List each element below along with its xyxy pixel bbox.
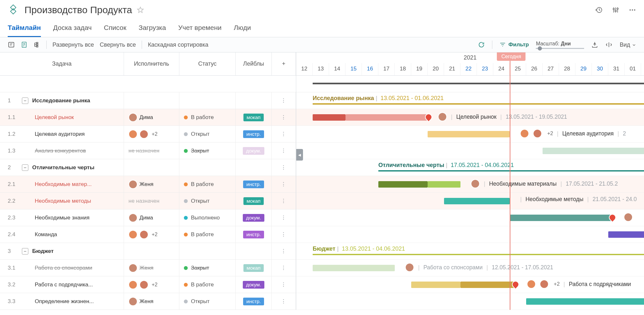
row-menu-icon[interactable]: ⋮ [281, 281, 287, 288]
task-row[interactable]: 2.3Необходимые знанияДимаВыполненодокум.… [0, 209, 296, 226]
hierarchy-icon[interactable] [33, 41, 41, 48]
timeline-day[interactable]: 30 [592, 63, 608, 75]
tab-0[interactable]: Таймлайн [8, 20, 41, 37]
timeline-row[interactable]: Исследование рынка |13.05.2021 - 01.06.2… [296, 92, 644, 109]
timeline-day[interactable]: 26 [526, 63, 543, 75]
fit-icon[interactable] [605, 41, 612, 48]
row-menu-icon[interactable]: ⋮ [281, 181, 287, 188]
task-row[interactable]: 3.1Работа со спонсорамиЖеняЗакрытмокап⋮ [0, 260, 296, 276]
task-bar[interactable] [378, 181, 428, 188]
task-bar[interactable] [444, 198, 510, 204]
group-bar[interactable] [313, 254, 644, 255]
timeline-day[interactable]: 27 [543, 63, 559, 75]
task-bar[interactable] [510, 215, 611, 221]
timeline-row[interactable]: |Необходимые методы|21.05.2021 - 24.0 [296, 193, 644, 209]
task-bar[interactable] [526, 298, 644, 305]
task-row[interactable]: 2.1Необходимые матер...ЖеняВ работеинстр… [0, 176, 296, 193]
task-bar[interactable] [543, 148, 644, 154]
row-menu-icon[interactable]: ⋮ [281, 131, 287, 137]
timeline-day[interactable]: 25 [510, 63, 526, 75]
timeline-row[interactable]: |Работа со спонсорами|12.05.2021 - 17.05… [296, 260, 644, 276]
timeline-day[interactable]: 17 [378, 63, 395, 75]
timeline-row[interactable]: |А [296, 143, 644, 159]
timeline-row[interactable]: Бюджет |13.05.2021 - 04.06.2021 [296, 243, 644, 260]
timeline-day[interactable]: 20 [428, 63, 444, 75]
timeline-day[interactable]: 19 [411, 63, 428, 75]
settings-icon[interactable] [612, 6, 620, 14]
expand-all-button[interactable]: Развернуть все [52, 42, 94, 48]
task-row[interactable]: 1.3Анализ конкурентовне назначенЗакрытдо… [0, 143, 296, 159]
timeline-day[interactable]: 24 [493, 63, 510, 75]
task-bar[interactable] [313, 265, 395, 271]
view-button[interactable]: Вид [620, 42, 636, 48]
row-menu-icon[interactable]: ⋮ [281, 147, 287, 154]
collapse-toggle[interactable]: − [22, 248, 28, 255]
group-row[interactable]: 3−Бюджет⋮ [0, 243, 296, 260]
task-panel-icon[interactable] [21, 41, 28, 48]
task-bar[interactable] [608, 231, 644, 238]
timeline-day[interactable]: 14 [329, 63, 346, 75]
timeline-row[interactable]: +2|Целевая аудитория|2 [296, 126, 644, 143]
tab-1[interactable]: Доска задач [53, 20, 92, 37]
row-menu-icon[interactable]: ⋮ [281, 248, 287, 255]
add-column-button[interactable]: + [272, 52, 296, 75]
task-bar[interactable] [460, 282, 515, 288]
timeline-row[interactable]: |Необходимые материалы|17.05.2021 - 21.0… [296, 176, 644, 193]
group-bar[interactable] [378, 170, 644, 171]
group-row[interactable]: 2−Отличительные черты⋮ [0, 159, 296, 176]
collapse-panel-icon[interactable] [8, 41, 15, 48]
more-icon[interactable] [629, 6, 636, 14]
history-icon[interactable] [595, 6, 603, 14]
timeline-day[interactable]: 21 [444, 63, 460, 75]
timeline-row[interactable] [296, 293, 644, 310]
group-row[interactable]: 1−Исследование рынка⋮ [0, 92, 296, 109]
task-row[interactable]: 2.2Необходимые методыне назначенОткрытмо… [0, 193, 296, 209]
timeline-day[interactable]: 12 [296, 63, 313, 75]
col-status[interactable]: Статус [179, 52, 236, 75]
task-bar[interactable] [313, 114, 346, 121]
row-menu-icon[interactable]: ⋮ [281, 214, 287, 221]
task-bar[interactable] [428, 181, 460, 188]
timeline-day[interactable]: 22 [460, 63, 477, 75]
task-row[interactable]: 3.3Определение жизнен...ЖеняОткрытинстр.… [0, 293, 296, 310]
task-row[interactable]: 1.1Целевой рынокДимаВ работемокап⋮ [0, 109, 296, 126]
task-bar[interactable] [411, 282, 460, 288]
timeline-day[interactable]: 13 [313, 63, 329, 75]
tab-3[interactable]: Загрузка [138, 20, 166, 37]
task-row[interactable]: 3.2Работа с подрядчика...+2В работедокум… [0, 276, 296, 293]
row-menu-icon[interactable]: ⋮ [281, 231, 287, 238]
row-menu-icon[interactable]: ⋮ [281, 164, 287, 171]
row-menu-icon[interactable]: ⋮ [281, 298, 287, 305]
task-row[interactable]: 2.4Команда+2В работеинстр.⋮ [0, 226, 296, 243]
export-icon[interactable] [591, 41, 598, 48]
timeline-row[interactable] [296, 226, 644, 243]
task-bar[interactable] [346, 114, 428, 121]
timeline-row[interactable]: +2|Работа с подрядчиками [296, 276, 644, 293]
timeline-day[interactable]: 01 [625, 63, 641, 75]
tab-5[interactable]: Люди [234, 20, 251, 37]
timeline-day[interactable]: 31 [608, 63, 625, 75]
timeline-row[interactable]: Отличительные черты |17.05.2021 - 04.06.… [296, 159, 644, 176]
timeline-day[interactable]: 02 [641, 63, 644, 75]
star-icon[interactable] [137, 6, 144, 14]
timeline-row[interactable] [296, 209, 644, 226]
refresh-icon[interactable] [478, 41, 485, 48]
tab-2[interactable]: Список [104, 20, 127, 37]
timeline-day[interactable]: 23 [477, 63, 493, 75]
timeline-row[interactable]: |Целевой рынок|13.05.2021 - 19.05.2021 [296, 109, 644, 126]
timeline-day[interactable]: 16 [362, 63, 378, 75]
collapse-toggle[interactable]: − [22, 97, 28, 104]
task-row[interactable]: 1.2Целевая аудитория+2Открытинстр.⋮ [0, 126, 296, 143]
tab-4[interactable]: Учет времени [178, 20, 222, 37]
row-menu-icon[interactable]: ⋮ [281, 97, 287, 104]
row-menu-icon[interactable]: ⋮ [281, 264, 287, 271]
task-bar[interactable] [428, 131, 510, 137]
collapse-toggle[interactable]: − [22, 164, 28, 171]
col-assignee[interactable]: Исполнитель [124, 52, 179, 75]
collapse-handle[interactable]: ◂ [296, 149, 303, 161]
zoom-slider[interactable]: Масштаб: Дни [536, 41, 584, 49]
col-labels[interactable]: Лейблы [236, 52, 272, 75]
group-bar[interactable] [313, 103, 644, 105]
timeline-day[interactable]: 29 [575, 63, 592, 75]
timeline-day[interactable]: 18 [395, 63, 411, 75]
